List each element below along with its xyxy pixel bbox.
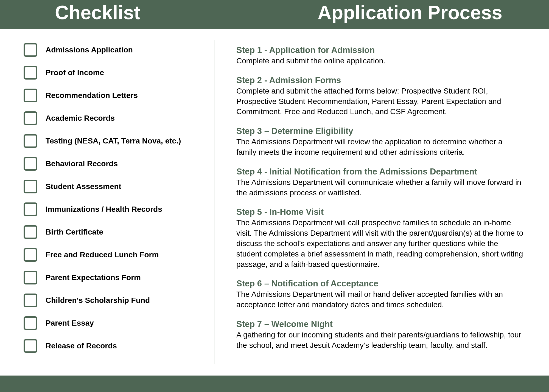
step-body: The Admissions Department will mail or h… bbox=[236, 289, 524, 310]
checkbox-icon[interactable] bbox=[24, 157, 37, 171]
process-step: Step 4 - Initial Notification from the A… bbox=[236, 167, 524, 198]
checklist-label: Free and Reduced Lunch Form bbox=[46, 250, 159, 259]
step-title: Step 1 - Application for Admission bbox=[236, 45, 524, 55]
process-step: Step 6 – Notification of Acceptance The … bbox=[236, 279, 524, 310]
checklist-label: Admissions Application bbox=[46, 46, 133, 54]
checkbox-icon[interactable] bbox=[24, 180, 37, 193]
checkbox-icon[interactable] bbox=[24, 202, 37, 216]
checklist-item: Free and Reduced Lunch Form bbox=[24, 248, 203, 262]
checklist-label: Behavioral Records bbox=[46, 159, 118, 168]
checklist-label: Release of Records bbox=[46, 342, 117, 350]
step-body: A gathering for our incoming students an… bbox=[236, 330, 524, 351]
checklist-label: Proof of Income bbox=[46, 68, 104, 77]
checklist-label: Testing (NESA, CAT, Terra Nova, etc.) bbox=[46, 137, 181, 145]
checklist-label: Recommendation Letters bbox=[46, 91, 138, 100]
header-bar: Checklist Application Process bbox=[0, 0, 549, 29]
checklist-item: Proof of Income bbox=[24, 66, 203, 80]
checklist-label: Immunizations / Health Records bbox=[46, 205, 162, 214]
checkbox-icon[interactable] bbox=[24, 248, 37, 262]
checklist-item: Academic Records bbox=[24, 111, 203, 125]
checklist-item: Birth Certificate bbox=[24, 225, 203, 239]
step-title: Step 3 – Determine Eligibility bbox=[236, 126, 524, 136]
checklist-item: Student Assessment bbox=[24, 180, 203, 193]
checklist-label: Parent Expectations Form bbox=[46, 273, 141, 282]
checklist-item: Behavioral Records bbox=[24, 157, 203, 171]
checklist-label: Academic Records bbox=[46, 114, 115, 123]
step-title: Step 4 - Initial Notification from the A… bbox=[236, 167, 524, 177]
checkbox-icon[interactable] bbox=[24, 316, 37, 330]
checklist-label: Parent Essay bbox=[46, 319, 94, 328]
checklist-label: Children's Scholarship Fund bbox=[46, 296, 150, 305]
checkbox-icon[interactable] bbox=[24, 89, 37, 102]
process-step: Step 7 – Welcome Night A gathering for o… bbox=[236, 319, 524, 351]
checkbox-icon[interactable] bbox=[24, 339, 37, 353]
step-body: The Admissions Department will call pros… bbox=[236, 218, 524, 269]
checklist-label: Student Assessment bbox=[46, 182, 121, 191]
checkbox-icon[interactable] bbox=[24, 111, 37, 125]
checklist-item: Testing (NESA, CAT, Terra Nova, etc.) bbox=[24, 134, 203, 148]
step-body: Complete and submit the attached forms b… bbox=[236, 86, 524, 117]
checkbox-icon[interactable] bbox=[24, 134, 37, 148]
process-step: Step 5 - In-Home Visit The Admissions De… bbox=[236, 207, 524, 269]
checklist-item: Recommendation Letters bbox=[24, 89, 203, 102]
checklist-item: Parent Expectations Form bbox=[24, 271, 203, 284]
process-step: Step 2 - Admission Forms Complete and su… bbox=[236, 75, 524, 117]
checkbox-icon[interactable] bbox=[24, 43, 37, 57]
process-step: Step 3 – Determine Eligibility The Admis… bbox=[236, 126, 524, 157]
step-body: Complete and submit the online applicati… bbox=[236, 56, 524, 66]
step-title: Step 6 – Notification of Acceptance bbox=[236, 279, 524, 289]
header-title-right: Application Process bbox=[318, 2, 502, 24]
step-title: Step 7 – Welcome Night bbox=[236, 319, 524, 329]
checkbox-icon[interactable] bbox=[24, 294, 37, 307]
checklist-label: Birth Certificate bbox=[46, 228, 103, 236]
checklist-item: Immunizations / Health Records bbox=[24, 202, 203, 216]
header-title-left: Checklist bbox=[55, 2, 140, 24]
content-area: Admissions Application Proof of Income R… bbox=[0, 29, 549, 364]
step-body: The Admissions Department will review th… bbox=[236, 137, 524, 157]
step-body: The Admissions Department will communica… bbox=[236, 177, 524, 198]
step-title: Step 5 - In-Home Visit bbox=[236, 207, 524, 217]
checkbox-icon[interactable] bbox=[24, 271, 37, 284]
checkbox-icon[interactable] bbox=[24, 66, 37, 80]
checklist-item: Admissions Application bbox=[24, 43, 203, 57]
footer-bar bbox=[0, 376, 549, 392]
checklist-item: Parent Essay bbox=[24, 316, 203, 330]
vertical-divider bbox=[214, 40, 214, 364]
checklist-item: Release of Records bbox=[24, 339, 203, 353]
step-title: Step 2 - Admission Forms bbox=[236, 75, 524, 85]
process-step: Step 1 - Application for Admission Compl… bbox=[236, 45, 524, 66]
checkbox-icon[interactable] bbox=[24, 225, 37, 239]
process-column: Step 1 - Application for Admission Compl… bbox=[225, 40, 527, 364]
checklist-column: Admissions Application Proof of Income R… bbox=[22, 40, 203, 364]
checklist-item: Children's Scholarship Fund bbox=[24, 294, 203, 307]
